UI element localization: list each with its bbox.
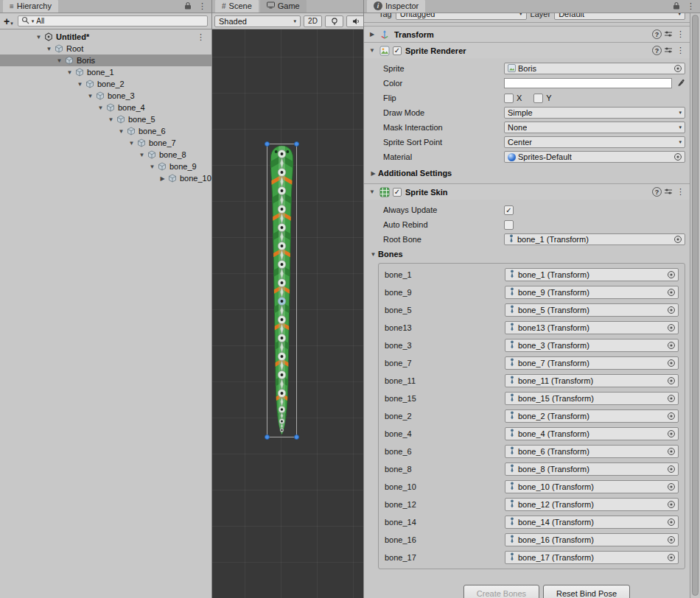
foldout-icon[interactable]: ▼ [44, 46, 54, 52]
sprite-skin-header[interactable]: ▼ ✓ Sprite Skin ? ⋮ [364, 183, 690, 200]
foldout-open-icon[interactable]: ▼ [368, 47, 377, 54]
root-bone-object-field[interactable]: bone_1 (Transform) [504, 233, 685, 245]
hierarchy-item[interactable]: ▼ Boris [0, 54, 211, 66]
presets-icon[interactable] [664, 46, 673, 56]
hierarchy-item[interactable]: ▼ bone_8 [0, 149, 211, 161]
bone-object-field[interactable]: bone_1 (Transform) [505, 268, 679, 281]
object-picker-icon[interactable] [674, 236, 682, 243]
scene-options-icon[interactable]: ⋮ [197, 32, 205, 42]
bone-object-field[interactable]: bone_15 (Transform) [505, 392, 679, 405]
selection-handle[interactable] [294, 141, 299, 147]
bone-object-field[interactable]: bone_11 (Transform) [505, 374, 679, 387]
eyedropper-icon[interactable] [676, 79, 685, 88]
object-picker-icon[interactable] [668, 395, 675, 402]
component-enabled-checkbox[interactable]: ✓ [393, 46, 402, 55]
object-picker-icon[interactable] [668, 377, 675, 384]
lock-icon[interactable] [184, 1, 192, 11]
hierarchy-item[interactable]: ▼ bone_9 [0, 161, 211, 172]
bone-object-field[interactable]: bone_12 (Transform) [505, 498, 679, 511]
object-picker-icon[interactable] [668, 518, 675, 526]
sprite-sort-point-dropdown[interactable]: Center ▾ [504, 136, 685, 148]
foldout-open-icon[interactable]: ▼ [368, 189, 377, 195]
tab-hierarchy[interactable]: ≡ Hierarchy [3, 0, 58, 13]
object-picker-icon[interactable] [668, 501, 675, 508]
kebab-menu-icon[interactable]: ⋮ [685, 2, 696, 10]
help-icon[interactable]: ? [652, 29, 662, 39]
scrollbar-thumb[interactable] [692, 15, 699, 596]
help-icon[interactable]: ? [652, 187, 662, 197]
create-bones-button[interactable]: Create Bones [463, 585, 539, 598]
flip-x-checkbox[interactable] [504, 94, 514, 103]
selection-handle[interactable] [265, 141, 270, 147]
hierarchy-search-input[interactable]: ▾ All [18, 15, 208, 27]
component-enabled-checkbox[interactable]: ✓ [393, 188, 402, 197]
object-picker-icon[interactable] [668, 359, 675, 367]
object-picker-icon[interactable] [674, 65, 682, 72]
foldout-icon[interactable]: ▼ [137, 152, 147, 158]
presets-icon[interactable] [664, 29, 673, 40]
audio-toggle-button[interactable] [346, 15, 365, 27]
object-picker-icon[interactable] [668, 324, 675, 331]
object-picker-icon[interactable] [668, 448, 675, 455]
object-picker-icon[interactable] [668, 554, 675, 561]
draw-mode-dropdown[interactable]: Simple ▾ [504, 107, 685, 119]
kebab-menu-icon[interactable]: ⋮ [675, 188, 686, 196]
bones-foldout[interactable]: ▼ Bones [364, 247, 690, 261]
sprite-renderer-header[interactable]: ▼ ✓ Sprite Renderer ? ⋮ [364, 42, 690, 58]
bone-object-field[interactable]: bone_17 (Transform) [505, 551, 679, 564]
object-picker-icon[interactable] [668, 483, 675, 490]
foldout-icon[interactable]: ▶ [158, 175, 167, 182]
foldout-icon[interactable]: ▼ [116, 128, 126, 135]
tab-scene[interactable]: # Scene [215, 0, 259, 13]
object-picker-icon[interactable] [668, 412, 675, 420]
kebab-menu-icon[interactable]: ⋮ [197, 2, 208, 10]
transform-component-header[interactable]: ▶ Transform ? ⋮ [364, 26, 690, 42]
material-object-field[interactable]: Sprites-Default [504, 151, 685, 163]
bone-object-field[interactable]: bone_2 (Transform) [505, 409, 679, 423]
hierarchy-item[interactable]: ▼ bone_3 [0, 90, 211, 102]
foldout-icon[interactable]: ▼ [85, 93, 95, 99]
hierarchy-item[interactable]: ▼ Root [0, 43, 211, 54]
always-update-checkbox[interactable]: ✓ [504, 205, 514, 215]
bone-object-field[interactable]: bone_10 (Transform) [505, 480, 679, 493]
shading-mode-dropdown[interactable]: Shaded ▾ [214, 15, 301, 27]
foldout-closed-icon[interactable]: ▶ [368, 170, 378, 177]
kebab-menu-icon[interactable]: ⋮ [675, 30, 686, 38]
bone-object-field[interactable]: bone_7 (Transform) [505, 356, 679, 370]
hierarchy-item[interactable]: ▼ bone_1 [0, 66, 211, 78]
foldout-icon[interactable]: ▼ [127, 140, 136, 147]
scene-viewport[interactable] [212, 29, 363, 598]
boris-snake-sprite[interactable] [267, 144, 297, 437]
foldout-icon[interactable]: ▼ [65, 69, 74, 76]
bone-object-field[interactable]: bone_6 (Transform) [505, 445, 679, 458]
layer-dropdown[interactable]: Default ▾ [554, 13, 685, 20]
additional-settings-foldout[interactable]: ▶ Additional Settings [364, 166, 690, 180]
flip-y-checkbox[interactable] [533, 94, 543, 103]
hierarchy-item[interactable]: ▼ bone_5 [0, 113, 211, 125]
scene-row-untitled[interactable]: ▼ Untitled* ⋮ [0, 31, 211, 43]
object-picker-icon[interactable] [668, 306, 675, 314]
bone-object-field[interactable]: bone_8 (Transform) [505, 462, 679, 476]
kebab-menu-icon[interactable]: ⋮ [675, 46, 686, 54]
2d-toggle-button[interactable]: 2D [304, 15, 322, 27]
lighting-toggle-button[interactable] [325, 15, 343, 27]
inspector-scrollbar[interactable] [690, 13, 700, 598]
hierarchy-item[interactable]: ▼ bone_7 [0, 137, 211, 149]
object-picker-icon[interactable] [668, 342, 675, 349]
auto-rebind-checkbox[interactable] [504, 220, 514, 230]
foldout-closed-icon[interactable]: ▶ [368, 31, 377, 38]
object-picker-icon[interactable] [668, 536, 675, 544]
mask-interaction-dropdown[interactable]: None ▾ [504, 122, 685, 133]
reset-bind-pose-button[interactable]: Reset Bind Pose [543, 585, 630, 598]
lock-icon[interactable] [673, 1, 680, 11]
foldout-icon[interactable]: ▼ [106, 116, 116, 123]
selection-handle[interactable] [294, 435, 299, 440]
tab-game[interactable]: Game [260, 0, 307, 13]
object-picker-icon[interactable] [668, 465, 675, 473]
foldout-icon[interactable]: ▼ [147, 163, 157, 170]
hierarchy-item[interactable]: ▶ bone_10 [0, 172, 211, 184]
object-picker-icon[interactable] [668, 430, 675, 437]
foldout-open-icon[interactable]: ▼ [34, 34, 43, 41]
bone-object-field[interactable]: bone_9 (Transform) [505, 286, 679, 299]
color-field[interactable] [504, 78, 672, 88]
